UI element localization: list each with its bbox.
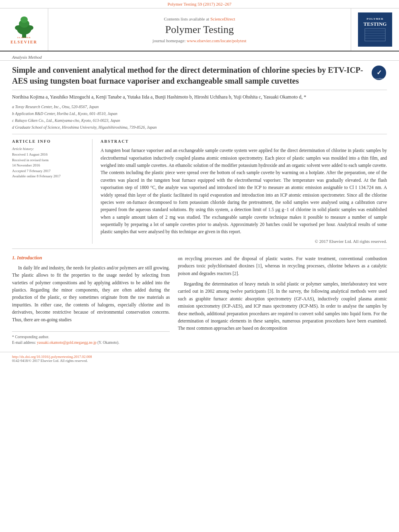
affiliations-section: a Toray Research Center, Inc., Otsu, 520… <box>12 103 387 134</box>
badge-bottom: TESTING <box>364 21 387 28</box>
journal-citation: Polymer Testing 59 (2017) 262–267 <box>167 2 231 6</box>
footnotes-section: * Corresponding author. E-mail address: … <box>12 331 170 346</box>
body-left-column: 1. Introduction In daily life and indust… <box>12 255 170 346</box>
svg-text:CrossMark: CrossMark <box>374 78 384 80</box>
intro-paragraph-right: on recycling processes and the disposal … <box>178 255 387 332</box>
email-link[interactable]: yasuaki.okamoto@gold.megaegg.ne.jp <box>37 341 97 345</box>
svg-text:✓: ✓ <box>376 69 382 76</box>
svg-point-3 <box>21 16 28 23</box>
intro-text-1: In daily life and industry, the needs fo… <box>12 264 170 323</box>
top-bar: Polymer Testing 59 (2017) 262–267 <box>0 0 399 8</box>
article-info-abstract: ARTICLE INFO Article history: Received 1… <box>12 134 387 249</box>
affiliation-3: c Rakuyo Giken Co., Ltd., Kamiyama-cho, … <box>12 117 387 124</box>
corresponding-author-note: * Corresponding author. <box>12 334 170 340</box>
abstract-section: ABSTRACT A tungsten boat furnace vaporis… <box>101 139 387 244</box>
copyright-notice: © 2017 Elsevier Ltd. All rights reserved… <box>101 239 387 244</box>
doi-anchor[interactable]: http://dx.doi.org/10.1016/j.polymertesti… <box>12 355 92 359</box>
journal-badge-section: POLYMER TESTING <box>351 8 399 51</box>
journal-title: Polymer Testing <box>165 24 234 36</box>
affiliation-1: a Toray Research Center, Inc., Otsu, 520… <box>12 103 387 110</box>
svg-text:ELSEVIER: ELSEVIER <box>17 37 31 39</box>
intro-paragraph-1: In daily life and industry, the needs fo… <box>12 264 170 323</box>
elsevier-logo-section: ELSEVIER ELSEVIER <box>0 8 48 51</box>
sciencedirect-link[interactable]: ScienceDirect <box>210 16 235 21</box>
email-note: E-mail address: yasuaki.okamoto@gold.meg… <box>12 340 170 345</box>
polymer-testing-badge: POLYMER TESTING <box>358 12 392 47</box>
received-revised-date: 14 November 2016 <box>12 163 86 168</box>
abstract-title: ABSTRACT <box>101 139 387 144</box>
accepted-date: Accepted 7 February 2017 <box>12 168 86 174</box>
intro-text-right-2: Regarding the determination of heavy met… <box>178 280 387 332</box>
corresponding-label: * Corresponding author. <box>12 335 49 339</box>
authors-section: Norihisa Kojima a, Yasuhiko Mizoguchi a,… <box>12 90 387 103</box>
crossmark-icon: ✓ CrossMark <box>371 65 387 81</box>
journal-header: ELSEVIER ELSEVIER Contents lists availab… <box>0 8 399 51</box>
received-revised-label: Received in revised form <box>12 158 86 163</box>
intro-text-right-1: on recycling processes and the disposal … <box>178 255 387 277</box>
elsevier-label: ELSEVIER <box>10 40 37 44</box>
article-history-label: Article history: <box>12 147 86 151</box>
bottom-bar: http://dx.doi.org/10.1016/j.polymertesti… <box>0 352 399 365</box>
email-person: (Y. Okamoto). <box>97 341 119 345</box>
received-date: Received 1 August 2016 <box>12 152 86 158</box>
doi-link[interactable]: http://dx.doi.org/10.1016/j.polymertesti… <box>12 355 387 359</box>
article-info-title: ARTICLE INFO <box>12 139 86 144</box>
authors-list: Norihisa Kojima a, Yasuhiko Mizoguchi a,… <box>12 94 306 100</box>
badge-decoration-icon <box>364 28 386 42</box>
sciencedirect-prefix: Contents lists available at <box>164 16 210 21</box>
issn-notice: 0142-9418/© 2017 Elsevier Ltd. All right… <box>12 359 387 363</box>
badge-top: POLYMER <box>366 17 383 21</box>
journal-center-header: Contents lists available at ScienceDirec… <box>48 8 351 51</box>
email-label: E-mail address: <box>12 341 37 345</box>
available-date: Available online 8 February 2017 <box>12 174 86 179</box>
article-title-section: Simple and convenient analytical method … <box>12 61 387 90</box>
homepage-link[interactable]: www.elsevier.com/locate/polytest <box>187 38 246 43</box>
article-type-label: Analysis Method <box>0 51 399 61</box>
svg-rect-7 <box>365 29 385 41</box>
elsevier-tree-icon: ELSEVIER <box>10 15 38 39</box>
svg-point-5 <box>27 25 33 30</box>
svg-point-4 <box>15 25 21 30</box>
affiliation-4: d Graduate School of Science, Hiroshima … <box>12 124 387 131</box>
abstract-text: A tungsten boat furnace vaporiser and an… <box>101 147 387 236</box>
homepage-label: journal homepage: <box>152 38 187 43</box>
article-title: Simple and convenient analytical method … <box>12 65 365 86</box>
introduction-heading: 1. Introduction <box>12 255 170 261</box>
article-info-panel: ARTICLE INFO Article history: Received 1… <box>12 139 93 244</box>
affiliation-2: b Application R&D Center, Horiba Ltd., K… <box>12 110 387 117</box>
body-right-column: on recycling processes and the disposal … <box>178 255 387 346</box>
body-content: 1. Introduction In daily life and indust… <box>12 249 387 352</box>
